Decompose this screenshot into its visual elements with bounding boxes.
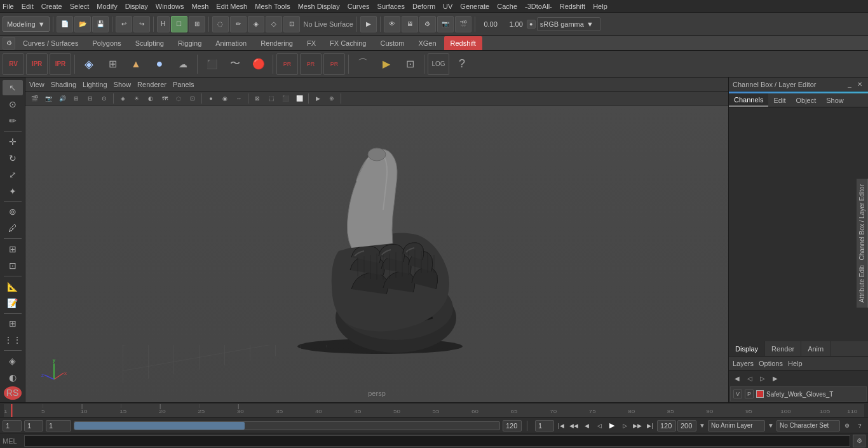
paint-select-tool-button[interactable]: ✏ bbox=[3, 113, 23, 128]
vp-guide-btn[interactable]: ⊕ bbox=[325, 93, 338, 104]
select-all-button[interactable]: ⊡ bbox=[283, 16, 300, 32]
menu-3dtoa[interactable]: -3DtoAll- bbox=[525, 3, 552, 10]
cmd-input-field[interactable] bbox=[24, 435, 850, 447]
shelf-btn-pr2[interactable]: PR bbox=[300, 53, 322, 75]
shelf-btn-grid[interactable]: ⊞ bbox=[102, 53, 123, 75]
tab-sculpting[interactable]: Sculpting bbox=[129, 36, 170, 50]
skip-end-btn[interactable]: ▶| bbox=[644, 420, 656, 431]
shelf-btn-box[interactable]: ⬛ bbox=[201, 53, 222, 75]
vp-grid-btn[interactable]: ⊞ bbox=[70, 93, 83, 104]
shelf-btn-render[interactable]: ▶ bbox=[376, 53, 397, 75]
universal-tool-button[interactable]: ✦ bbox=[3, 184, 23, 199]
shelf-btn-help[interactable]: ? bbox=[451, 53, 473, 75]
menu-create[interactable]: Create bbox=[41, 3, 62, 10]
quick-layout-button[interactable]: ⊞ bbox=[3, 316, 23, 331]
layers-help[interactable]: Help bbox=[788, 360, 803, 367]
menu-cache[interactable]: Cache bbox=[497, 3, 517, 10]
xray-button[interactable]: ◐ bbox=[3, 370, 23, 385]
playback-end-field[interactable]: 120 bbox=[503, 420, 522, 431]
menu-help[interactable]: Help bbox=[593, 3, 607, 10]
menu-deform[interactable]: Deform bbox=[412, 3, 435, 10]
render-view-button[interactable]: 📷 bbox=[437, 16, 454, 32]
gamma-toggle[interactable]: ● bbox=[527, 20, 536, 29]
shelf-btn-pr3[interactable]: PR bbox=[323, 53, 345, 75]
snap-grid-button[interactable]: ⊞ bbox=[189, 16, 205, 32]
redshift-render-button[interactable]: RS bbox=[4, 386, 22, 400]
shelf-btn-render2[interactable]: ⊡ bbox=[399, 53, 421, 75]
tab-xgen[interactable]: XGen bbox=[412, 36, 442, 50]
shelf-btn-rv[interactable]: RV bbox=[3, 53, 24, 75]
show-manip-button[interactable]: ⊞ bbox=[3, 241, 23, 257]
frame-field-3[interactable]: 1 bbox=[46, 420, 71, 431]
ch-tab-object[interactable]: Object bbox=[790, 93, 821, 107]
shelf-btn-cone[interactable]: ▲ bbox=[125, 53, 147, 75]
render-settings-button[interactable]: ⚙ bbox=[419, 16, 436, 32]
ch-tab-edit[interactable]: Edit bbox=[768, 93, 790, 107]
new-file-button[interactable]: 📄 bbox=[57, 16, 73, 32]
total-frames-field[interactable]: 200 bbox=[677, 420, 696, 431]
layer-arrow-left-btn[interactable]: ◀ bbox=[731, 372, 743, 384]
menu-mesh-display[interactable]: Mesh Display bbox=[298, 3, 340, 10]
measure-button[interactable]: 📐 bbox=[3, 279, 23, 294]
redo-button[interactable]: ↪ bbox=[133, 16, 150, 32]
ch-tab-channels[interactable]: Channels bbox=[729, 93, 768, 107]
save-file-button[interactable]: 💾 bbox=[92, 16, 109, 32]
vp-reflect-btn[interactable]: ↔ bbox=[233, 93, 245, 104]
play-back-btn[interactable]: ◁ bbox=[593, 420, 605, 431]
layer-arrow-right2-btn[interactable]: ▷ bbox=[757, 372, 768, 384]
tab-custom[interactable]: Custom bbox=[374, 36, 411, 50]
viewport-menu-view[interactable]: View bbox=[29, 81, 44, 88]
menu-curves[interactable]: Curves bbox=[348, 3, 370, 10]
menu-select[interactable]: Select bbox=[70, 3, 90, 10]
vp-play-btn[interactable]: ▶ bbox=[311, 93, 324, 104]
viewport-menu-show[interactable]: Show bbox=[114, 81, 132, 88]
menu-windows[interactable]: Windows bbox=[156, 3, 184, 10]
vp-smooth-btn[interactable]: ⊙ bbox=[98, 93, 111, 104]
soft-mod-button[interactable]: ⊚ bbox=[3, 204, 23, 219]
menu-display[interactable]: Display bbox=[125, 3, 148, 10]
tab-animation[interactable]: Animation bbox=[209, 36, 253, 50]
shelf-btn-sphere[interactable]: ● bbox=[149, 53, 170, 75]
disp-tab-display[interactable]: Display bbox=[729, 341, 765, 356]
anim-layer-expand-btn[interactable]: ▼ bbox=[766, 421, 775, 430]
scale-tool-button[interactable]: ⤢ bbox=[3, 167, 23, 182]
menu-edit[interactable]: Edit bbox=[22, 3, 34, 10]
layer-playback-btn[interactable]: P bbox=[745, 390, 754, 398]
timeline-ruler[interactable]: 1 5 10 15 20 25 30 35 40 45 50 55 60 bbox=[4, 404, 864, 417]
prev-frame-btn[interactable]: ◀ bbox=[581, 420, 592, 431]
shelf-settings-btn[interactable]: ⚙ bbox=[3, 37, 15, 50]
select-by-object-button[interactable]: ◇ bbox=[266, 16, 282, 32]
tab-polygons[interactable]: Polygons bbox=[86, 36, 127, 50]
layer-visibility-btn[interactable]: V bbox=[733, 390, 742, 398]
tab-rendering[interactable]: Rendering bbox=[254, 36, 299, 50]
undo-button[interactable]: ↩ bbox=[116, 16, 132, 32]
cmd-language-label[interactable]: MEL bbox=[3, 437, 22, 445]
viewport[interactable]: View Shading Lighting Show Renderer Pane… bbox=[25, 78, 728, 402]
rotate-tool-button[interactable]: ↻ bbox=[3, 151, 23, 166]
menu-modify[interactable]: Modify bbox=[97, 3, 117, 10]
menu-mesh-tools[interactable]: Mesh Tools bbox=[255, 3, 290, 10]
char-set-btn1[interactable]: ⚙ bbox=[841, 420, 853, 431]
menu-surfaces[interactable]: Surfaces bbox=[377, 3, 405, 10]
cmd-options-btn[interactable]: ⚙ bbox=[853, 435, 865, 447]
vp-shadow-btn[interactable]: ◐ bbox=[144, 93, 157, 104]
next-frame-btn[interactable]: ▷ bbox=[619, 420, 630, 431]
layers-label[interactable]: Layers bbox=[733, 360, 754, 367]
viewport-menu-renderer[interactable]: Renderer bbox=[137, 81, 166, 88]
tab-rigging[interactable]: Rigging bbox=[172, 36, 208, 50]
current-frame-field[interactable]: 1 bbox=[24, 420, 43, 431]
disp-tab-anim[interactable]: Anim bbox=[801, 341, 831, 356]
layer-arrow-left2-btn[interactable]: ◁ bbox=[744, 372, 756, 384]
shelf-btn-coil[interactable]: 🔴 bbox=[248, 53, 269, 75]
next-key-btn[interactable]: ▶▶ bbox=[632, 420, 643, 431]
vp-xray-btn[interactable]: ◌ bbox=[172, 93, 185, 104]
paint-select-button[interactable]: ✏ bbox=[230, 16, 247, 32]
shelf-btn-wave[interactable]: 〜 bbox=[224, 53, 246, 75]
shelf-btn-log[interactable]: LOG bbox=[428, 53, 449, 75]
shelf-btn-ipr[interactable]: IPR bbox=[26, 53, 48, 75]
vp-hull-btn[interactable]: ⬜ bbox=[293, 93, 306, 104]
disp-tab-render[interactable]: Render bbox=[765, 341, 801, 356]
tab-curves-surfaces[interactable]: Curves / Surfaces bbox=[17, 36, 85, 50]
layer-arrow-right-btn[interactable]: ▶ bbox=[770, 372, 781, 384]
vp-wireframe-btn[interactable]: ⊟ bbox=[84, 93, 97, 104]
